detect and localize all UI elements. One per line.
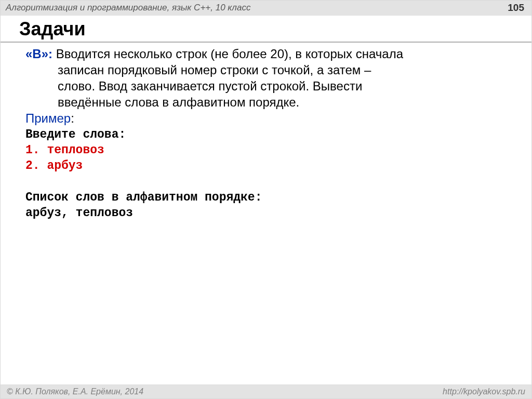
io-input-1: 1. тепловоз <box>25 142 511 158</box>
footer-copyright: © К.Ю. Поляков, Е.А. Ерёмин, 2014 <box>7 387 143 396</box>
io-input-2: 2. арбуз <box>25 158 511 174</box>
example-label: Пример <box>25 111 71 125</box>
content: «B»: Вводится несколько строк (не более … <box>1 43 531 221</box>
header-title: Алгоритмизация и программирование, язык … <box>6 3 250 13</box>
example-colon: : <box>71 111 74 125</box>
page-number: 105 <box>508 2 524 14</box>
task-text-line4: введённые слова в алфавитном порядке. <box>25 94 511 110</box>
example-block: Пример: <box>25 110 511 126</box>
title-block: Задачи <box>1 16 531 43</box>
task-text-line1: Вводится несколько строк (не более 20), … <box>52 47 403 61</box>
footer-bar: © К.Ю. Поляков, Е.А. Ерёмин, 2014 http:/… <box>1 384 531 398</box>
footer-url: http://kpolyakov.spb.ru <box>443 387 525 396</box>
io-output-label: Список слов в алфавитном порядке: <box>25 190 511 205</box>
header-bar: Алгоритмизация и программирование, язык … <box>1 1 531 16</box>
task-block: «B»: Вводится несколько строк (не более … <box>25 46 511 111</box>
task-text-line2: записан порядковый номер строки с точкой… <box>25 62 511 78</box>
example-io: Введите слова: 1. тепловоз 2. арбуз Спис… <box>25 127 511 221</box>
io-output-values: арбуз, тепловоз <box>25 205 511 221</box>
io-blank <box>25 174 511 190</box>
page-title: Задачи <box>19 18 86 39</box>
io-prompt: Введите слова: <box>25 127 511 142</box>
task-text-line3: слово. Ввод заканчивается пустой строкой… <box>25 78 511 94</box>
slide: Алгоритмизация и программирование, язык … <box>0 0 532 399</box>
task-label: «B»: <box>25 47 52 61</box>
